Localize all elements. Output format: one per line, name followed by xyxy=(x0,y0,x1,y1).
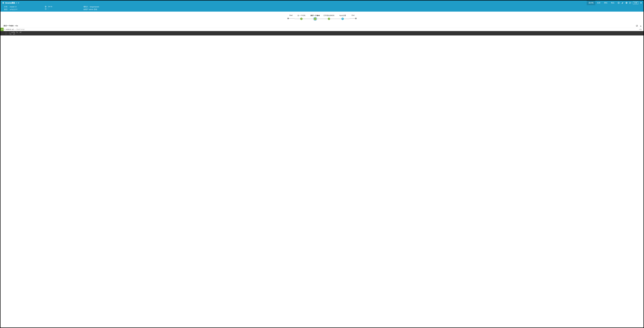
svg-rect-0 xyxy=(2,2,3,4)
step-row[interactable]: echo ls -al — Shell Script <1s xyxy=(0,28,200,31)
collapse-caret-icon[interactable] xyxy=(4,29,6,30)
duration-value: 1m 4s xyxy=(48,6,52,8)
branch-value: master xyxy=(10,6,15,8)
step-command: echo ls -al xyxy=(6,29,14,30)
step-command-type: — Shell Script xyxy=(14,29,24,30)
pause-icon xyxy=(2,2,4,4)
header-top: librarise测试 < 9 流水线 改变 测试 制品 xyxy=(0,1,200,5)
step-section: 执行一个命令 - <1s echo ls -al — Shell Script … xyxy=(0,24,200,98)
started-by: 由用户 admin 启动 xyxy=(84,8,97,11)
console-output: 1+ echo ls -al2ls -al xyxy=(0,31,200,36)
console-line: 1+ echo ls -al xyxy=(0,31,200,33)
header-bar: librarise测试 < 9 流水线 改变 测试 制品 xyxy=(0,1,200,12)
console-line: 2ls -al xyxy=(0,33,200,35)
chevron-left-icon: < xyxy=(16,2,17,4)
branch-link[interactable]: master xyxy=(10,6,16,8)
commit-label: 提交: xyxy=(4,8,8,11)
pipeline-title-link[interactable]: librarise测试 xyxy=(5,2,15,4)
time-value: - xyxy=(48,8,48,10)
step-title: 执行一个命令 - <1s xyxy=(4,25,18,27)
author-value: liangchaowei xyxy=(90,6,99,8)
clock-icon xyxy=(45,8,47,10)
external-link-icon xyxy=(15,6,16,8)
commit-value: efd137f xyxy=(10,9,18,11)
pipeline-graph: Start拉一个代码执行一个命令打印现在的时间input步骤End xyxy=(0,12,200,24)
globe-icon xyxy=(45,6,47,8)
svg-rect-1 xyxy=(4,2,4,4)
run-number: 9 xyxy=(18,2,19,4)
author-label: 修改人 xyxy=(84,6,88,8)
header-info: 分支: master 提交: efd137f 1m 4s xyxy=(0,5,200,12)
branch-label: 分支: xyxy=(4,6,8,8)
status-success-icon xyxy=(0,28,4,31)
